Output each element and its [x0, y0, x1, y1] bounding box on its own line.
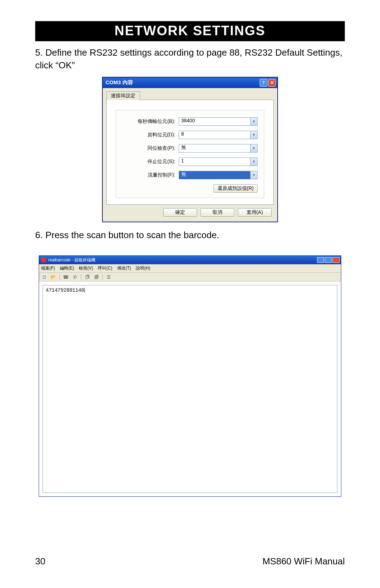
window-title: realbarcode - 超級終端機: [48, 257, 95, 263]
chevron-down-icon[interactable]: ▼: [251, 157, 258, 166]
chevron-down-icon[interactable]: ▼: [251, 131, 258, 139]
maximize-button[interactable]: [325, 257, 332, 263]
open-icon[interactable]: 📂: [50, 274, 57, 280]
menu-transfer[interactable]: 傳送(T): [117, 265, 131, 271]
baud-combo[interactable]: 38400 ▼: [179, 117, 258, 126]
terminal-output[interactable]: 4714792801148: [43, 285, 337, 493]
flow-control-value[interactable]: 無: [179, 171, 251, 179]
connect-icon[interactable]: ☎: [63, 274, 69, 280]
help-button[interactable]: ?: [260, 79, 267, 87]
minimize-button[interactable]: [317, 257, 324, 263]
parity-label: 同位檢查(P):: [122, 145, 179, 151]
menu-help[interactable]: 說明(H): [136, 265, 150, 271]
apply-button[interactable]: 套用(A): [238, 208, 272, 217]
hyperterminal-window: realbarcode - 超級終端機 檔案(F) 編輯(E) 檢視(V) 呼叫…: [39, 255, 341, 497]
window-titlebar[interactable]: realbarcode - 超級終端機: [39, 256, 341, 264]
ok-button[interactable]: 確定: [163, 208, 197, 217]
menu-view[interactable]: 檢視(V): [79, 265, 93, 271]
baud-label: 每秒傳輸位元(B):: [122, 118, 179, 125]
tab-port-settings[interactable]: 連接埠設定: [106, 91, 140, 100]
chevron-down-icon[interactable]: ▼: [251, 117, 258, 126]
cancel-button[interactable]: 取消: [201, 208, 234, 217]
dialog-titlebar[interactable]: COM3 內容 ? ✕: [103, 78, 277, 88]
data-bits-combo[interactable]: 8 ▼: [179, 131, 258, 139]
restore-defaults-button[interactable]: 還原成預設值(R): [214, 184, 258, 193]
receive-icon[interactable]: 🗐: [93, 274, 100, 280]
properties-icon[interactable]: ☰: [106, 274, 112, 280]
menu-bar[interactable]: 檔案(F) 編輯(E) 檢視(V) 呼叫(C) 傳送(T) 說明(H): [39, 264, 341, 273]
data-bits-value[interactable]: 8: [179, 131, 251, 139]
disconnect-icon[interactable]: ✆: [72, 274, 78, 280]
menu-edit[interactable]: 編輯(E): [60, 265, 74, 271]
stop-bits-label: 停止位元(S):: [122, 159, 179, 165]
section-header: NETWORK SETTINGS: [35, 21, 345, 41]
send-icon[interactable]: 🗍: [84, 274, 90, 280]
app-icon: [41, 258, 46, 262]
menu-call[interactable]: 呼叫(C): [98, 265, 112, 271]
parity-value[interactable]: 無: [179, 144, 251, 153]
text-cursor: [84, 288, 85, 293]
stop-bits-combo[interactable]: 1 ▼: [179, 157, 258, 166]
close-button[interactable]: ✕: [268, 79, 276, 87]
new-icon[interactable]: 🗋: [41, 274, 48, 280]
baud-value[interactable]: 38400: [179, 117, 251, 126]
document-title: MS860 WiFi Manual: [262, 556, 345, 567]
step-5-text: 5. Define the RS232 settings according t…: [35, 46, 345, 72]
stop-bits-value[interactable]: 1: [179, 157, 251, 166]
menu-file[interactable]: 檔案(F): [41, 265, 55, 271]
page-number: 30: [35, 556, 45, 567]
dialog-title: COM3 內容: [106, 79, 133, 86]
data-bits-label: 資料位元(D):: [122, 132, 179, 138]
toolbar: 🗋 📂 ☎ ✆ 🗍 🗐 ☰: [39, 273, 341, 281]
chevron-down-icon[interactable]: ▼: [251, 144, 258, 153]
flow-control-label: 流量控制(F):: [122, 172, 179, 178]
chevron-down-icon[interactable]: ▼: [251, 171, 258, 179]
flow-control-combo[interactable]: 無 ▼: [179, 171, 258, 179]
parity-combo[interactable]: 無 ▼: [179, 144, 258, 153]
step-6-text: 6. Press the scan button to scan the bar…: [35, 229, 345, 241]
scanned-barcode: 4714792801148: [46, 287, 84, 293]
com-properties-dialog: COM3 內容 ? ✕ 連接埠設定 每秒傳輸位元(B): 38400 ▼: [102, 77, 278, 222]
close-button[interactable]: [332, 257, 340, 263]
